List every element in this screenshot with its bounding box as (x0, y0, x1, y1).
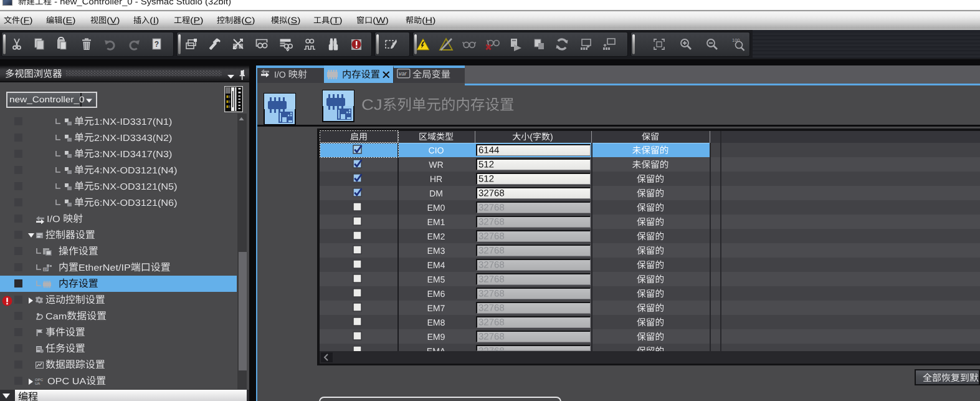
svg-text:?: ? (155, 40, 159, 49)
svg-text:EIP: EIP (44, 268, 48, 271)
svg-text:100: 100 (732, 37, 740, 43)
svg-text:UA: UA (35, 382, 40, 385)
svg-text:var: var (399, 70, 407, 77)
